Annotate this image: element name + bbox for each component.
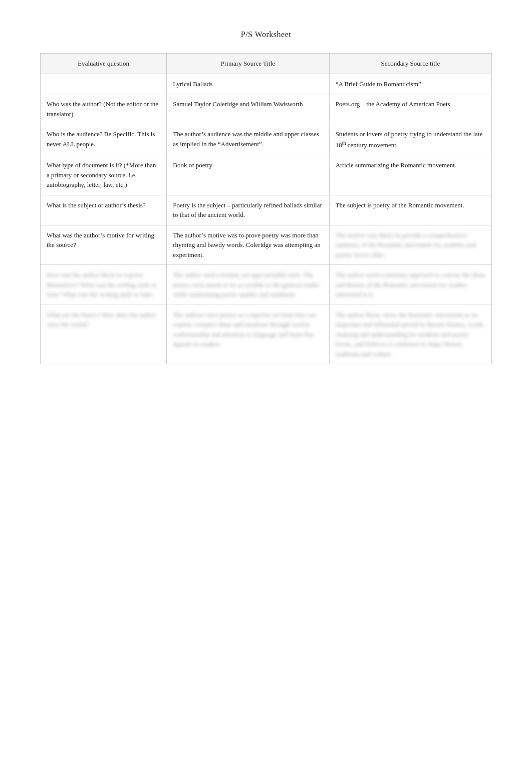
cell-doctype-q: What type of document is it? (*More than…: [41, 155, 167, 195]
page-title: P/S Worksheet: [40, 30, 492, 39]
cell-subject-q: What is the subject or author’s thesis?: [41, 195, 167, 225]
cell-author-primary: Samuel Taylor Coleridge and William Wads…: [167, 94, 329, 124]
cell-blurred1-primary: The author used a formal, yet approachab…: [167, 265, 329, 305]
worksheet-table: Evaluative question Primary Source Title…: [40, 53, 492, 364]
cell-audience-primary: The author’s audience was the middle and…: [167, 124, 329, 155]
cell-audience-q: Who is the audience? Be Specific. This i…: [41, 124, 167, 155]
cell-blurred2-secondary: The author likely views the Romantic mov…: [329, 305, 491, 364]
cell-blurred2-primary: The authors view poetry as a superior ar…: [167, 305, 329, 364]
cell-primary-title: Lyrical Ballads: [167, 74, 329, 94]
table-row: What are the biases? How does the author…: [41, 305, 492, 364]
cell-blurred1-secondary: The author used a summary approach to co…: [329, 265, 491, 305]
cell-secondary-title: “A Brief Guide to Romanticism”: [329, 74, 491, 94]
cell-author-secondary: Poets.org – the Academy of American Poet…: [329, 94, 491, 124]
cell-titles-q: [41, 74, 167, 94]
table-row: Who was the author? (Not the editor or t…: [41, 94, 492, 124]
cell-author-q: Who was the author? (Not the editor or t…: [41, 94, 167, 124]
cell-motive-secondary: The motive was likely to provide a compr…: [329, 225, 491, 265]
header-evaluative-question: Evaluative question: [41, 54, 167, 74]
table-row: What was the author’s motive for writing…: [41, 225, 492, 265]
blurred-text: The authors view poetry as a superior ar…: [173, 311, 316, 348]
cell-blurred1-q: How was the author likely to express the…: [41, 265, 167, 305]
table-row: Who is the audience? Be Specific. This i…: [41, 124, 492, 155]
header-secondary-source: Secondary Source title: [329, 54, 491, 74]
cell-subject-secondary: The subject is poetry of the Romantic mo…: [329, 195, 491, 225]
blurred-text: How was the author likely to express the…: [47, 271, 157, 298]
blurred-text: What are the biases? How does the author…: [47, 311, 156, 329]
blurred-text: The author used a formal, yet approachab…: [173, 271, 319, 298]
table-row: What type of document is it? (*More than…: [41, 155, 492, 195]
table-row: How was the author likely to express the…: [41, 265, 492, 305]
cell-blurred2-q: What are the biases? How does the author…: [41, 305, 167, 364]
table-row: What is the subject or author’s thesis? …: [41, 195, 492, 225]
cell-motive-primary: The author’s motive was to prove poetry …: [167, 225, 329, 265]
blurred-text: The motive was likely to provide a compr…: [336, 231, 476, 258]
table-row: Lyrical Ballads “A Brief Guide to Romant…: [41, 74, 492, 94]
cell-audience-secondary: Students or lovers of poetry trying to u…: [329, 124, 491, 155]
cell-subject-primary: Poetry is the subject – particularly ref…: [167, 195, 329, 225]
header-primary-source: Primary Source Title: [167, 54, 329, 74]
cell-doctype-primary: Book of poetry: [167, 155, 329, 195]
cell-doctype-secondary: Article summarizing the Romantic movemen…: [329, 155, 491, 195]
cell-motive-q: What was the author’s motive for writing…: [41, 225, 167, 265]
blurred-text: The author used a summary approach to co…: [336, 271, 485, 298]
blurred-text: The author likely views the Romantic mov…: [336, 311, 483, 358]
